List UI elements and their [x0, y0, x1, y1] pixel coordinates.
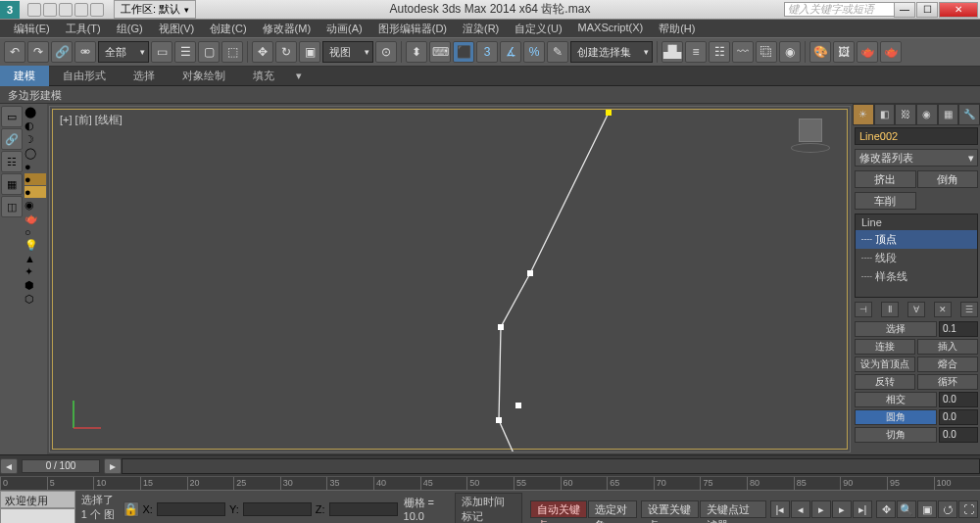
lt2-light-icon[interactable]: 💡 [24, 239, 46, 252]
modifier-stack[interactable]: Line ┈ 顶点 ┈ 线段 ┈ 样条线 [855, 214, 978, 298]
tab-selection[interactable]: 选择 [120, 66, 169, 86]
coord-x-input[interactable] [157, 502, 225, 516]
lt2-teapot-icon[interactable]: 🫖 [24, 213, 46, 225]
maximize-viewport-icon[interactable]: ⛶ [958, 500, 978, 518]
lt-display-icon[interactable]: ◫ [1, 196, 23, 217]
zoom-icon[interactable]: 🔍 [897, 500, 916, 518]
maximize-button[interactable]: ☐ [916, 2, 938, 18]
goto-end-icon[interactable]: ▸| [853, 500, 872, 518]
menu-tools[interactable]: 工具(T) [58, 20, 109, 37]
r-connect-button[interactable]: 连接 [855, 339, 915, 355]
r-insert-button[interactable]: 插入 [917, 339, 978, 355]
menu-help[interactable]: 帮助(H) [651, 20, 703, 37]
lt2-l-icon[interactable]: ▲ [24, 253, 46, 264]
qat-save-icon[interactable] [59, 3, 73, 17]
pan-icon[interactable]: ✥ [876, 500, 896, 518]
material-editor-button[interactable]: ◉ [779, 41, 801, 63]
orbit-icon[interactable]: ⭯ [938, 500, 957, 518]
cmdtab-display-icon[interactable]: ▦ [938, 104, 959, 125]
setkey-button[interactable]: 设置关键点 [641, 500, 699, 518]
qat-open-icon[interactable] [43, 3, 57, 17]
add-time-tag[interactable]: 添加时间标记 [455, 493, 522, 524]
lt2-j-icon[interactable]: ○ [24, 226, 46, 238]
lt2-n-icon[interactable]: ⬢ [24, 279, 46, 292]
next-frame-icon[interactable]: ▸ [832, 500, 852, 518]
menu-rendering[interactable]: 渲染(R) [455, 20, 507, 37]
select-region-button[interactable]: ▢ [198, 41, 220, 63]
menu-animation[interactable]: 动画(A) [318, 20, 370, 37]
keyfilter-button[interactable]: 关键点过滤器 [700, 500, 766, 518]
timeline-prev-icon[interactable]: ◂ [0, 458, 18, 474]
menu-customize[interactable]: 自定义(U) [507, 20, 569, 37]
r-fillet-button[interactable]: 圆角 [855, 409, 937, 425]
stack-segment[interactable]: ┈ 线段 [856, 249, 977, 267]
r-cycle-button[interactable]: 循环 [917, 374, 978, 390]
spinner-snap-button[interactable]: % [523, 41, 545, 63]
refcoord-dropdown[interactable]: 视图 [322, 41, 373, 63]
selected-dropdown[interactable]: 选定对象 [588, 500, 637, 518]
maxscript-mini-listener[interactable]: 欢迎使用 MAXScr [0, 491, 75, 508]
r-reverse-button[interactable]: 反转 [855, 374, 915, 390]
maxscript-input[interactable] [0, 508, 75, 523]
select-object-button[interactable]: ▭ [151, 41, 172, 63]
qat-undo-icon[interactable] [74, 3, 88, 17]
curve-editor-button[interactable]: 〰 [732, 41, 754, 63]
tab-objectpaint[interactable]: 对象绘制 [169, 66, 239, 86]
prev-frame-icon[interactable]: ◂ [791, 500, 810, 518]
select-by-name-button[interactable]: ☰ [174, 41, 196, 63]
r-chamfer-button[interactable]: 切角 [855, 427, 937, 443]
r-select[interactable]: 选择 [855, 321, 937, 337]
mod-extrude-button[interactable]: 挤出 [855, 170, 916, 188]
cmdtab-utilities-icon[interactable]: 🔧 [958, 104, 980, 125]
modifier-list-dropdown[interactable]: 修改器列表 [855, 149, 978, 166]
keyboard-shortcut-button[interactable]: ⌨ [429, 41, 451, 63]
lt2-d-icon[interactable]: ◯ [24, 147, 46, 160]
rotate-button[interactable]: ↻ [275, 41, 297, 63]
use-center-button[interactable]: ⊙ [375, 41, 397, 63]
tab-freeform[interactable]: 自由形式 [49, 66, 120, 86]
menu-maxscript[interactable]: MAXScript(X) [570, 20, 652, 37]
coord-z-input[interactable] [329, 502, 398, 516]
render-setup-button[interactable]: 🎨 [809, 41, 831, 63]
timeline-next-icon[interactable]: ▸ [104, 458, 122, 474]
cmdtab-hierarchy-icon[interactable]: ⛓ [895, 104, 916, 125]
object-name-field[interactable]: Line002 [855, 127, 978, 145]
cmdtab-create-icon[interactable]: ☀ [853, 104, 874, 125]
edit-selection-button[interactable]: ✎ [547, 41, 568, 63]
r-select-value[interactable]: 0.1 [939, 321, 978, 337]
tab-modeling[interactable]: 建模 [0, 66, 49, 86]
render-prod-button[interactable]: 🫖 [880, 41, 902, 63]
lt2-g-icon[interactable]: ● [24, 186, 46, 198]
unlink-button[interactable]: ⚮ [74, 41, 96, 63]
minimize-button[interactable]: — [894, 2, 915, 18]
mod-lathe-button[interactable]: 车削 [855, 192, 916, 210]
menu-edit[interactable]: 编辑(E) [6, 20, 58, 37]
time-slider-handle[interactable]: 0 / 100 [22, 459, 100, 473]
stack-unique-icon[interactable]: ∀ [907, 302, 925, 317]
window-crossing-button[interactable]: ⬚ [221, 41, 243, 63]
help-search-input[interactable]: 键入关键字或短语 [784, 2, 902, 17]
stack-pin-icon[interactable]: ⊣ [855, 302, 872, 317]
lt-link-icon[interactable]: 🔗 [1, 128, 23, 150]
stack-config-icon[interactable]: ☰ [960, 302, 978, 317]
ribbon-expand-icon[interactable]: ▾ [288, 67, 310, 85]
stack-line[interactable]: Line [856, 214, 977, 230]
lt2-b-icon[interactable]: ◐ [24, 119, 46, 132]
schematic-view-button[interactable]: ⿻ [756, 41, 777, 63]
lt2-e-icon[interactable]: ● [24, 161, 46, 172]
stack-remove-icon[interactable]: ✕ [934, 302, 952, 317]
app-icon[interactable]: 3 [0, 1, 20, 19]
lt2-h-icon[interactable]: ◉ [24, 199, 46, 212]
workspace-dropdown[interactable]: 工作区: 默认▾ [114, 0, 196, 19]
play-icon[interactable]: ▸ [811, 500, 831, 518]
mod-bevel-button[interactable]: 倒角 [917, 170, 979, 188]
time-slider[interactable]: ◂ 0 / 100 ▸ [0, 454, 980, 476]
percent-snap-button[interactable]: ∡ [500, 41, 521, 63]
scale-button[interactable]: ▣ [299, 41, 320, 63]
lt-select-icon[interactable]: ▭ [1, 106, 23, 127]
viewport[interactable]: [+] [前] [线框] [49, 106, 851, 452]
render-frame-button[interactable]: 🖼 [833, 41, 855, 63]
move-button[interactable]: ✥ [252, 41, 273, 63]
redo-button[interactable]: ↷ [27, 41, 49, 63]
lt2-c-icon[interactable]: ☽ [24, 133, 46, 146]
